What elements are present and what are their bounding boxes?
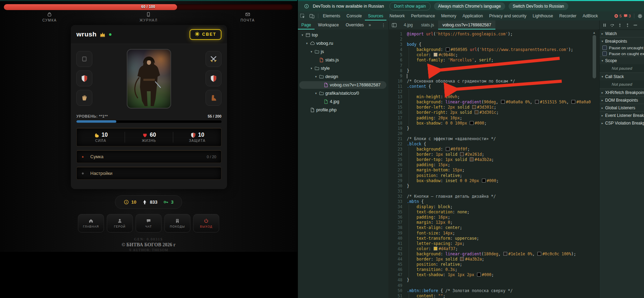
nav-item-СУМКА[interactable]: СУМКА	[0, 12, 99, 22]
sidebar-section-scope[interactable]: ▾Scope	[600, 57, 644, 64]
step-over-icon[interactable]	[610, 23, 614, 27]
tab-sources[interactable]: Sources	[365, 11, 386, 20]
navigator-more-menu-icon[interactable]: ⋮	[378, 23, 388, 28]
color-swatch[interactable]	[537, 252, 541, 256]
color-swatch[interactable]	[477, 273, 481, 276]
equipment-slot-empty[interactable]	[76, 51, 92, 67]
tree-item-js[interactable]: ▾js	[298, 48, 388, 56]
color-swatch[interactable]	[434, 247, 437, 250]
device-toolbar-icon[interactable]	[309, 14, 315, 19]
sidebar-section-dom-breakpoints[interactable]: ▸DOM Breakpoints	[600, 96, 644, 104]
color-swatch[interactable]	[446, 147, 450, 151]
color-swatch[interactable]	[470, 157, 474, 161]
pause-exceptions-checkbox[interactable]: Pause on uncaught exceptions	[600, 45, 644, 51]
settings-gear-icon[interactable]	[637, 14, 643, 19]
menu-button-ГЛАВНАЯ[interactable]: ГЛАВНАЯ	[78, 214, 104, 232]
theme-light-button[interactable]: СВЕТ	[190, 29, 221, 40]
equipment-slot-boot[interactable]	[206, 90, 221, 106]
menu-button-ГЕРОЙ[interactable]: ГЕРОЙ	[107, 214, 133, 232]
tab-network[interactable]: Network	[386, 11, 408, 20]
menu-button-ЧАТ[interactable]: ЧАТ	[136, 214, 162, 232]
file-tab[interactable]: vobog.css?v=1769882587	[438, 20, 495, 29]
code-token: letter-spacing	[417, 241, 450, 246]
checkbox[interactable]	[602, 51, 607, 56]
navigator-tab-overrides[interactable]: Overrides	[342, 20, 367, 29]
tab-console[interactable]: Console	[343, 11, 365, 20]
navigator-tab-workspace[interactable]: Workspace	[315, 20, 342, 29]
equipment-slot-swords[interactable]	[206, 51, 221, 67]
color-swatch[interactable]	[501, 100, 505, 104]
color-swatch[interactable]	[460, 152, 464, 156]
sidebar-section-call-stack[interactable]: ▾Call Stack	[600, 73, 644, 80]
navigator-tab-page[interactable]: Page	[298, 20, 315, 29]
tab-memory[interactable]: Memory	[438, 11, 459, 20]
tree-item-vobog.css?v=1769882587[interactable]: vobog.css?v=1769882587	[298, 81, 388, 89]
step-out-icon[interactable]	[625, 23, 630, 27]
color-swatch[interactable]	[472, 105, 476, 109]
tab-privacy-and-security[interactable]: Privacy and security	[486, 11, 529, 20]
tree-item-style[interactable]: ▾style	[298, 64, 388, 73]
file-tab[interactable]: stats.js	[417, 20, 438, 29]
notification-button[interactable]: Don't show again	[390, 2, 430, 10]
color-swatch[interactable]	[535, 100, 539, 104]
sidebar-section-watch[interactable]: ▸Watch	[600, 30, 644, 37]
nav-item-ПОЧТА[interactable]: ПОЧТА	[198, 12, 297, 22]
tree-item-vobog.ru[interactable]: ▾vobog.ru	[298, 39, 388, 48]
equipment-slot-glove[interactable]	[76, 90, 92, 106]
color-swatch[interactable]	[460, 257, 464, 261]
more-tabs-chevron[interactable]: »	[367, 23, 373, 27]
code-token: /* Золотая полоска сверху */	[445, 288, 513, 293]
step-icon[interactable]	[633, 23, 637, 27]
code-token	[457, 257, 460, 262]
color-swatch[interactable]	[503, 252, 507, 256]
tab-recorder[interactable]: Recorder	[556, 11, 579, 20]
pause-exceptions-checkbox[interactable]: Pause on caught exceptions	[600, 51, 644, 57]
code-editor[interactable]: 1@import url('https://fonts.googleapis.c…	[388, 29, 598, 298]
checkbox[interactable]	[602, 45, 607, 50]
tree-item-4.jpg[interactable]: 4.jpg	[298, 97, 388, 106]
notification-button[interactable]: Always match Chrome's language	[434, 2, 505, 10]
tab-adblock[interactable]: AdBlock	[579, 11, 601, 20]
step-into-icon[interactable]	[618, 23, 622, 27]
file-tab[interactable]: 4.jpg	[400, 20, 417, 29]
issues-badge[interactable]: 3	[624, 14, 631, 18]
tab-performance[interactable]: Performance	[408, 11, 438, 20]
profile-row-Сумка[interactable]: Сумка0 / 20	[76, 150, 221, 163]
color-swatch[interactable]	[434, 53, 437, 57]
color-swatch[interactable]	[475, 110, 478, 114]
scrollbar-up-arrow[interactable]: ▲	[593, 31, 596, 34]
code-token: 100vh	[445, 94, 458, 99]
tree-item-design[interactable]: ▾design	[298, 73, 388, 81]
pause-script-icon[interactable]	[602, 23, 607, 27]
sidebar-section-event-listener-breakpoints[interactable]: ▸Event Listener Breakpoints	[600, 111, 644, 119]
tree-item-profile.php[interactable]: profile.php	[298, 106, 388, 114]
menu-button-ВЫХОД[interactable]: ВЫХОД	[193, 214, 219, 232]
sidebar-section-global-listeners[interactable]: ▸Global Listeners	[600, 104, 644, 111]
sidebar-section-xhr-fetch-breakpoints[interactable]: ▸XHR/fetch Breakpoints	[600, 88, 644, 96]
tab-elements[interactable]: Elements	[320, 11, 343, 20]
color-swatch[interactable]	[446, 48, 450, 51]
console-errors-badge[interactable]: 5	[614, 14, 621, 18]
sidebar-section-breakpoints[interactable]: ▾Breakpoints	[600, 37, 644, 45]
nav-item-ЖУРНАЛ[interactable]: ЖУРНАЛ	[99, 12, 198, 22]
editor-scrollbar[interactable]: ▲	[591, 29, 598, 298]
toggle-navigator-icon[interactable]	[392, 23, 397, 28]
scrollbar-thumb[interactable]	[593, 35, 596, 78]
code-text: .block {	[407, 142, 591, 147]
tree-item-top[interactable]: ▾top	[298, 31, 388, 39]
tree-item-stats.js[interactable]: stats.js	[298, 56, 388, 64]
tab-lighthouse[interactable]: Lighthouse	[529, 11, 556, 20]
code-token: background	[417, 100, 441, 104]
notification-button[interactable]: Switch DevTools to Russian	[509, 2, 568, 10]
equipment-slot-shield[interactable]	[76, 70, 92, 86]
menu-button-ПОХОДЫ[interactable]: ПОХОДЫ	[165, 214, 191, 232]
color-swatch[interactable]	[470, 121, 474, 125]
sidebar-section-csp-violation-breakpoints[interactable]: ▸CSP Violation Breakpoints	[600, 119, 644, 127]
color-swatch[interactable]	[482, 179, 486, 182]
profile-row-Настройки[interactable]: Настройки	[76, 167, 221, 180]
inspect-element-icon[interactable]	[300, 14, 305, 19]
tab-application[interactable]: Application	[459, 11, 486, 20]
equipment-slot-shield[interactable]	[206, 70, 221, 86]
color-swatch[interactable]	[571, 100, 575, 104]
tree-item-grafika/static/co/0[interactable]: ▾grafika/static/co/0	[298, 89, 388, 97]
